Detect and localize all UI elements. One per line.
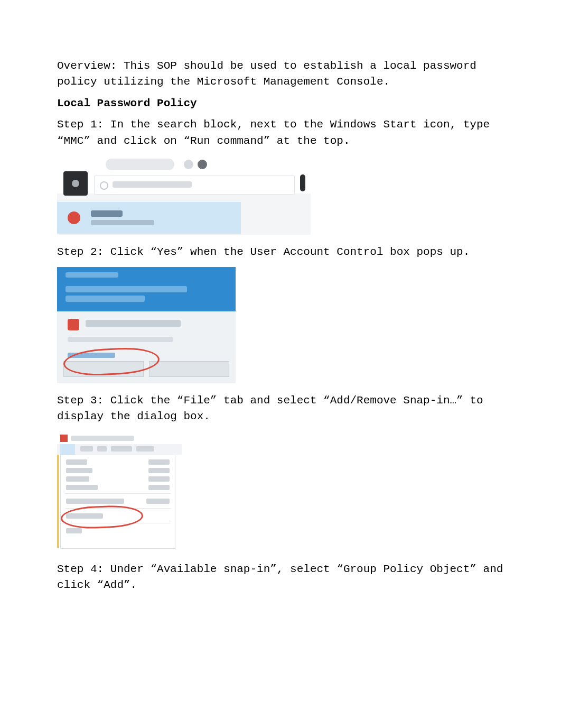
filter-icon [198, 160, 207, 169]
app-icon [68, 211, 80, 224]
file-tab-highlight [60, 444, 75, 455]
step-3-text: Step 3: Click the “File” tab and select … [57, 393, 504, 425]
search-result-row [57, 202, 241, 234]
step-4-text: Step 4: Under “Available snap-in”, selec… [57, 561, 504, 594]
uac-header-line [66, 272, 118, 278]
uac-body [57, 311, 236, 383]
window-title-line [71, 436, 134, 441]
document-page: Overview: This SOP should be used to est… [0, 0, 561, 728]
filter-pill [106, 159, 174, 170]
uac-button-row [63, 361, 229, 377]
tree-gutter [57, 455, 59, 548]
app-icon [60, 435, 68, 442]
result-title-line [91, 210, 123, 217]
screenshot-mmc-file-menu [57, 431, 182, 552]
uac-details-link [68, 353, 115, 358]
menu-item-line [111, 446, 132, 451]
result-subtitle-line [91, 220, 154, 225]
search-placeholder-line [113, 181, 192, 188]
start-button-icon [63, 171, 88, 196]
uac-header [57, 267, 236, 311]
overview-paragraph: Overview: This SOP should be used to est… [57, 58, 504, 90]
filter-icon [184, 160, 193, 169]
taskbar-area [57, 155, 311, 193]
uac-yes-button [63, 361, 144, 377]
shield-icon [68, 319, 79, 330]
menu-item-line [97, 446, 107, 451]
step-1-text: Step 1: In the search block, next to the… [57, 117, 504, 149]
menu-item-line [136, 446, 154, 451]
uac-publisher-line [68, 337, 173, 342]
uac-app-title-line [86, 320, 181, 327]
uac-no-button [149, 361, 229, 377]
uac-header-line [66, 286, 187, 292]
screenshot-search-bar [57, 155, 311, 235]
mic-icon [300, 174, 305, 191]
uac-header-line [66, 296, 145, 302]
search-input-mock [94, 176, 295, 195]
step-2-text: Step 2: Click “Yes” when the User Accoun… [57, 244, 504, 260]
screenshot-uac-dialog [57, 267, 236, 383]
window-title [60, 435, 139, 442]
file-dropdown [60, 455, 175, 549]
section-heading: Local Password Policy [57, 96, 504, 112]
menu-item-line [80, 446, 93, 451]
